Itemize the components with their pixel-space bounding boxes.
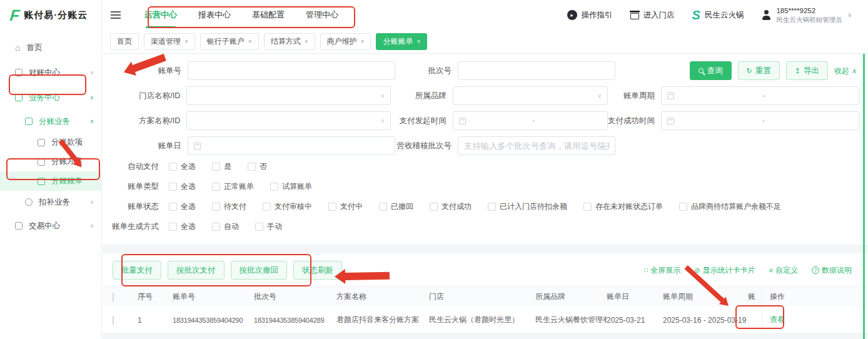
nav-operation-center[interactable]: 运营中心 <box>144 0 177 30</box>
checkbox[interactable] <box>488 203 496 211</box>
show-stats-cards-link[interactable]: ⊘ 显示统计卡卡片 <box>694 265 755 276</box>
checkbox[interactable] <box>379 203 387 211</box>
audit-batch-input[interactable] <box>458 136 615 155</box>
checkbox-option[interactable]: 全选 <box>169 201 196 212</box>
checkbox-option[interactable]: 全选 <box>169 181 196 192</box>
fullscreen-link[interactable]: ∷ 全屏展示 <box>643 265 680 276</box>
search-button[interactable]: 查询 <box>690 61 732 80</box>
export-button[interactable]: ↥ 导出 <box>786 61 828 80</box>
close-icon[interactable]: × <box>361 38 365 45</box>
checkbox-option[interactable]: 已计入门店待扣余额 <box>488 201 567 212</box>
brand-logo-icon: F <box>9 8 21 23</box>
data-explain-link[interactable]: ? 数据说明 <box>812 265 852 276</box>
checkbox-option[interactable]: 试算账单 <box>270 181 312 192</box>
pay-by-batch-button[interactable]: 按批次支付 <box>168 261 225 280</box>
sidebar-item-business-center[interactable]: 业务中心 ∧ <box>0 85 101 110</box>
batch-no-input[interactable] <box>458 61 615 80</box>
checkbox-option[interactable]: 存在未对账状态订单 <box>583 201 663 212</box>
customize-columns-link[interactable]: ≡ 自定义 <box>769 265 798 276</box>
view-detail-link[interactable]: 查看 <box>770 315 785 325</box>
group-label: 自动支付 <box>111 161 159 172</box>
checkbox-option[interactable]: 是 <box>212 161 231 172</box>
user-menu[interactable]: 185****9252 民生云火锅初始管理员 ∨ <box>761 6 852 24</box>
tab-channel-manage[interactable]: 渠道管理 × <box>144 33 195 50</box>
checkbox-option[interactable]: 支付成功 <box>430 201 472 212</box>
enter-store-button[interactable]: 进入门店 <box>630 10 675 21</box>
split-funds-icon <box>38 139 45 146</box>
checkbox[interactable] <box>212 223 220 231</box>
sidebar-item-split-plan[interactable]: 分账方案 <box>0 152 101 171</box>
close-icon[interactable]: × <box>416 38 420 45</box>
checkbox[interactable] <box>169 223 177 231</box>
nav-basic-config[interactable]: 基础配置 <box>252 0 285 30</box>
checkbox-option[interactable]: 否 <box>248 161 267 172</box>
menu-collapse-icon[interactable] <box>111 11 121 19</box>
bill-period-range-picker[interactable]: - <box>661 86 859 105</box>
reset-button[interactable]: ↻ 重置 <box>738 61 780 80</box>
tab-bank-subaccount[interactable]: 银行子账户 × <box>200 33 259 50</box>
checkbox[interactable] <box>255 223 263 231</box>
status-refresh-button[interactable]: 状态刷新 <box>293 261 342 280</box>
bill-date-picker[interactable] <box>188 136 395 155</box>
sidebar-item-reconcile-center[interactable]: 对账中心 ∨ <box>0 60 101 85</box>
plan-name-select[interactable]: ∨ <box>186 111 391 130</box>
chevron-down-icon: ∨ <box>381 93 385 99</box>
checkbox[interactable] <box>169 183 177 191</box>
close-icon[interactable]: × <box>248 38 252 45</box>
pay-success-range-picker[interactable]: - <box>661 111 859 130</box>
checkbox[interactable] <box>270 183 278 191</box>
brand-select[interactable]: ∨ <box>453 86 608 105</box>
checkbox-option[interactable]: 全选 <box>169 161 196 172</box>
checkbox[interactable] <box>212 163 220 171</box>
tab-home[interactable]: 首页 <box>110 33 139 50</box>
checkbox[interactable] <box>328 203 336 211</box>
checkbox-option[interactable]: 自动 <box>212 221 239 232</box>
checkbox-option[interactable]: 正常账单 <box>212 181 254 192</box>
brand-label: 所属品牌 <box>391 91 453 101</box>
checkbox-option[interactable]: 全选 <box>169 221 196 232</box>
store-name-select[interactable]: ∨ <box>186 86 391 105</box>
collapse-label: 收起 <box>834 66 849 76</box>
sidebar-item-split-business[interactable]: 分账业务 ∧ <box>0 110 101 133</box>
checkbox-option[interactable]: 已撤回 <box>379 201 413 212</box>
sidebar-item-deduction-business[interactable]: 扣补业务 ∨ <box>0 191 101 213</box>
pay-start-range-picker[interactable]: - <box>453 111 608 130</box>
checkbox-option[interactable]: 支付审核中 <box>263 201 312 212</box>
select-all-checkbox[interactable] <box>113 293 114 301</box>
bill-no-input[interactable] <box>188 61 395 80</box>
tab-settlement-method[interactable]: 结算方式 × <box>264 33 315 50</box>
checkbox[interactable] <box>212 203 220 211</box>
checkbox-option[interactable]: 支付中 <box>328 201 363 212</box>
tab-merchant-maintain[interactable]: 商户维护 × <box>320 33 371 50</box>
collapse-filter-link[interactable]: 收起 ∧ <box>834 66 857 76</box>
operation-guide-button[interactable]: ▸ 操作指引 <box>567 10 613 21</box>
tab-split-bill-active[interactable]: 分账账单 × <box>376 33 427 50</box>
guide-icon: ▸ <box>567 10 577 20</box>
table-row[interactable]: 1 1831944353859404290 183194435385940428… <box>103 307 868 333</box>
checkbox-option[interactable]: 手动 <box>255 221 282 232</box>
checkbox[interactable] <box>263 203 271 211</box>
top-bar-right: ▸ 操作指引 进入门店 S 民生云火锅 185****9252 民生云火锅初始管… <box>567 6 868 24</box>
nav-report-center[interactable]: 报表中心 <box>198 0 231 30</box>
close-icon[interactable]: × <box>305 38 308 45</box>
sidebar-item-split-bill[interactable]: 分账账单 <box>0 171 101 191</box>
checkbox-option[interactable]: 待支付 <box>212 201 246 212</box>
checkbox[interactable] <box>169 203 177 211</box>
checkbox[interactable] <box>583 203 592 211</box>
row-checkbox[interactable] <box>113 316 114 325</box>
sidebar-item-split-funds[interactable]: 分账款项 <box>0 133 101 152</box>
checkbox[interactable] <box>679 203 687 211</box>
merchant-badge[interactable]: S 民生云火锅 <box>692 9 744 21</box>
checkbox[interactable] <box>248 163 256 171</box>
checkbox-option[interactable]: 品牌商待结算账户余额不足 <box>679 201 781 212</box>
checkbox[interactable] <box>430 203 438 211</box>
checkbox[interactable] <box>212 183 220 191</box>
nav-manage-center[interactable]: 管理中心 <box>306 0 338 30</box>
sidebar-item-home[interactable]: ⌂ 首页 <box>0 35 101 60</box>
batch-pay-button[interactable]: 批量支付 <box>113 261 161 280</box>
sidebar-item-trade-center[interactable]: 交易中心 ∨ <box>0 213 101 238</box>
revoke-by-batch-button[interactable]: 按批次撤回 <box>231 261 288 280</box>
close-icon[interactable]: × <box>184 38 188 45</box>
merchant-logo-icon: S <box>692 9 700 21</box>
checkbox[interactable] <box>169 163 177 171</box>
